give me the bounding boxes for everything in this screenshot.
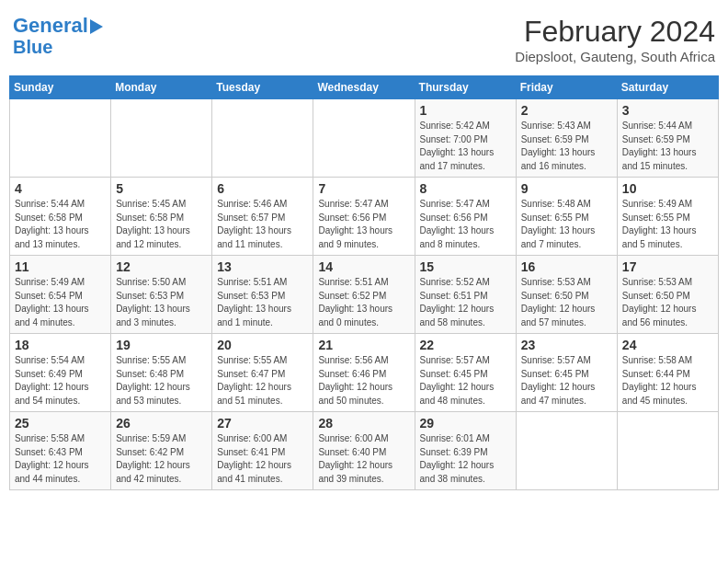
day-number: 12 [116, 259, 207, 274]
day-info: Sunrise: 5:56 AM Sunset: 6:46 PM Dayligh… [318, 354, 409, 408]
day-number: 20 [217, 338, 308, 352]
day-cell: 18Sunrise: 5:54 AM Sunset: 6:49 PM Dayli… [10, 334, 111, 412]
day-number: 11 [15, 259, 106, 274]
day-cell: 1Sunrise: 5:42 AM Sunset: 7:00 PM Daylig… [415, 99, 516, 178]
day-info: Sunrise: 5:48 AM Sunset: 6:55 PM Dayligh… [521, 198, 612, 251]
logo-blue: Blue [13, 37, 52, 57]
day-cell: 16Sunrise: 5:53 AM Sunset: 6:50 PM Dayli… [516, 256, 617, 334]
day-info: Sunrise: 5:58 AM Sunset: 6:44 PM Dayligh… [622, 354, 713, 408]
day-cell: 7Sunrise: 5:47 AM Sunset: 6:56 PM Daylig… [313, 178, 415, 256]
day-number: 13 [217, 259, 308, 274]
day-number: 16 [521, 259, 612, 274]
day-cell: 20Sunrise: 5:55 AM Sunset: 6:47 PM Dayli… [212, 334, 313, 412]
day-cell: 17Sunrise: 5:53 AM Sunset: 6:50 PM Dayli… [617, 256, 718, 334]
day-info: Sunrise: 5:47 AM Sunset: 6:56 PM Dayligh… [420, 198, 511, 251]
day-info: Sunrise: 5:58 AM Sunset: 6:43 PM Dayligh… [15, 432, 106, 486]
day-number: 18 [15, 338, 106, 352]
day-info: Sunrise: 5:49 AM Sunset: 6:54 PM Dayligh… [15, 276, 106, 329]
day-info: Sunrise: 5:50 AM Sunset: 6:53 PM Dayligh… [116, 276, 207, 329]
day-info: Sunrise: 5:49 AM Sunset: 6:55 PM Dayligh… [622, 198, 713, 251]
day-info: Sunrise: 5:51 AM Sunset: 6:53 PM Dayligh… [217, 276, 308, 329]
day-info: Sunrise: 6:00 AM Sunset: 6:40 PM Dayligh… [318, 432, 409, 486]
day-cell: 29Sunrise: 6:01 AM Sunset: 6:39 PM Dayli… [415, 412, 516, 490]
day-number: 3 [622, 103, 713, 118]
month-title: February 2024 [515, 15, 715, 49]
col-header-thursday: Thursday [415, 76, 516, 99]
page-header: General Blue February 2024 Diepsloot, Ga… [9, 9, 719, 70]
day-number: 19 [116, 338, 207, 352]
day-info: Sunrise: 5:44 AM Sunset: 6:58 PM Dayligh… [15, 198, 106, 251]
col-header-sunday: Sunday [10, 76, 111, 99]
day-cell: 28Sunrise: 6:00 AM Sunset: 6:40 PM Dayli… [313, 412, 415, 490]
col-header-saturday: Saturday [617, 76, 718, 99]
day-cell: 15Sunrise: 5:52 AM Sunset: 6:51 PM Dayli… [415, 256, 516, 334]
day-cell: 19Sunrise: 5:55 AM Sunset: 6:48 PM Dayli… [111, 334, 212, 412]
day-info: Sunrise: 5:42 AM Sunset: 7:00 PM Dayligh… [420, 120, 511, 173]
week-row-5: 25Sunrise: 5:58 AM Sunset: 6:43 PM Dayli… [10, 412, 719, 490]
day-info: Sunrise: 5:57 AM Sunset: 6:45 PM Dayligh… [420, 354, 511, 408]
day-number: 7 [318, 181, 409, 196]
col-header-friday: Friday [516, 76, 617, 99]
day-info: Sunrise: 5:52 AM Sunset: 6:51 PM Dayligh… [420, 276, 511, 329]
day-info: Sunrise: 5:45 AM Sunset: 6:58 PM Dayligh… [116, 198, 207, 251]
day-number: 8 [420, 181, 511, 196]
day-info: Sunrise: 5:59 AM Sunset: 6:42 PM Dayligh… [116, 432, 207, 486]
day-number: 4 [15, 181, 106, 196]
day-number: 24 [622, 338, 713, 352]
logo-general: General [13, 14, 88, 37]
day-cell: 23Sunrise: 5:57 AM Sunset: 6:45 PM Dayli… [516, 334, 617, 412]
day-cell [10, 99, 111, 178]
day-number: 15 [420, 259, 511, 274]
col-header-wednesday: Wednesday [313, 76, 415, 99]
day-cell: 4Sunrise: 5:44 AM Sunset: 6:58 PM Daylig… [10, 178, 111, 256]
day-number: 27 [217, 416, 308, 431]
day-number: 23 [521, 338, 612, 352]
day-number: 25 [15, 416, 106, 431]
day-info: Sunrise: 5:54 AM Sunset: 6:49 PM Dayligh… [15, 354, 106, 408]
day-cell: 6Sunrise: 5:46 AM Sunset: 6:57 PM Daylig… [212, 178, 313, 256]
day-number: 14 [318, 259, 409, 274]
day-cell [212, 99, 313, 178]
day-number: 9 [521, 181, 612, 196]
day-cell: 22Sunrise: 5:57 AM Sunset: 6:45 PM Dayli… [415, 334, 516, 412]
day-cell: 10Sunrise: 5:49 AM Sunset: 6:55 PM Dayli… [617, 178, 718, 256]
day-cell: 9Sunrise: 5:48 AM Sunset: 6:55 PM Daylig… [516, 178, 617, 256]
day-cell: 8Sunrise: 5:47 AM Sunset: 6:56 PM Daylig… [415, 178, 516, 256]
day-cell: 3Sunrise: 5:44 AM Sunset: 6:59 PM Daylig… [617, 99, 718, 178]
day-number: 17 [622, 259, 713, 274]
day-info: Sunrise: 5:46 AM Sunset: 6:57 PM Dayligh… [217, 198, 308, 251]
day-info: Sunrise: 6:00 AM Sunset: 6:41 PM Dayligh… [217, 432, 308, 486]
day-cell: 5Sunrise: 5:45 AM Sunset: 6:58 PM Daylig… [111, 178, 212, 256]
day-number: 26 [116, 416, 207, 431]
header-row: SundayMondayTuesdayWednesdayThursdayFrid… [10, 76, 719, 99]
day-info: Sunrise: 5:53 AM Sunset: 6:50 PM Dayligh… [521, 276, 612, 329]
day-cell [617, 412, 718, 490]
day-info: Sunrise: 5:57 AM Sunset: 6:45 PM Dayligh… [521, 354, 612, 408]
day-number: 21 [318, 338, 409, 352]
col-header-monday: Monday [111, 76, 212, 99]
day-cell [313, 99, 415, 178]
day-number: 5 [116, 181, 207, 196]
day-info: Sunrise: 5:55 AM Sunset: 6:48 PM Dayligh… [116, 354, 207, 408]
logo-arrow-icon [90, 19, 103, 34]
day-info: Sunrise: 5:43 AM Sunset: 6:59 PM Dayligh… [521, 120, 612, 173]
day-info: Sunrise: 5:55 AM Sunset: 6:47 PM Dayligh… [217, 354, 308, 408]
day-cell: 25Sunrise: 5:58 AM Sunset: 6:43 PM Dayli… [10, 412, 111, 490]
day-number: 1 [420, 103, 511, 118]
day-cell: 27Sunrise: 6:00 AM Sunset: 6:41 PM Dayli… [212, 412, 313, 490]
day-number: 6 [217, 181, 308, 196]
week-row-3: 11Sunrise: 5:49 AM Sunset: 6:54 PM Dayli… [10, 256, 719, 334]
col-header-tuesday: Tuesday [212, 76, 313, 99]
week-row-4: 18Sunrise: 5:54 AM Sunset: 6:49 PM Dayli… [10, 334, 719, 412]
day-info: Sunrise: 6:01 AM Sunset: 6:39 PM Dayligh… [420, 432, 511, 486]
day-cell: 2Sunrise: 5:43 AM Sunset: 6:59 PM Daylig… [516, 99, 617, 178]
day-number: 28 [318, 416, 409, 431]
day-number: 10 [622, 181, 713, 196]
day-info: Sunrise: 5:53 AM Sunset: 6:50 PM Dayligh… [622, 276, 713, 329]
day-cell: 11Sunrise: 5:49 AM Sunset: 6:54 PM Dayli… [10, 256, 111, 334]
day-cell [516, 412, 617, 490]
day-info: Sunrise: 5:44 AM Sunset: 6:59 PM Dayligh… [622, 120, 713, 173]
day-cell: 12Sunrise: 5:50 AM Sunset: 6:53 PM Dayli… [111, 256, 212, 334]
calendar-table: SundayMondayTuesdayWednesdayThursdayFrid… [9, 75, 719, 490]
week-row-1: 1Sunrise: 5:42 AM Sunset: 7:00 PM Daylig… [10, 99, 719, 178]
